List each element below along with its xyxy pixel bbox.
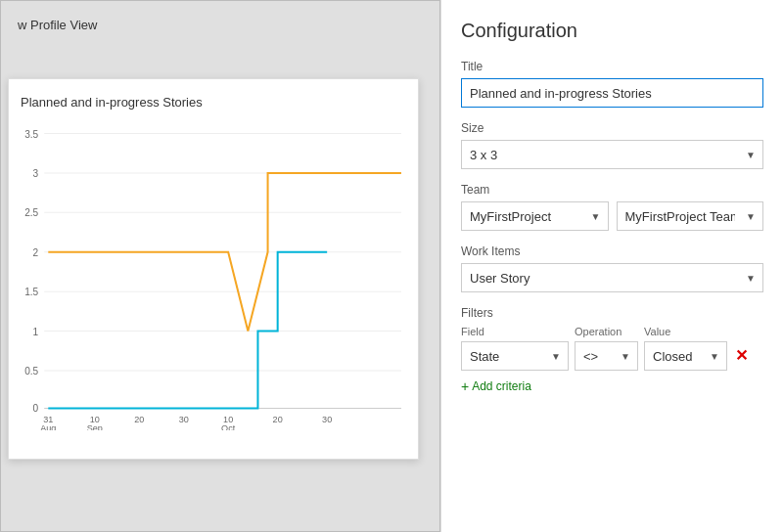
title-input[interactable]	[461, 78, 763, 108]
filter-op-select[interactable]: <> = > <	[575, 341, 638, 371]
svg-text:1.5: 1.5	[24, 287, 38, 297]
work-items-select[interactable]: User Story Bug Feature	[461, 263, 763, 292]
svg-text:2.5: 2.5	[24, 207, 38, 218]
filter-column-headers: Field Operation Value	[461, 326, 763, 337]
svg-text:30: 30	[322, 415, 332, 424]
work-items-wrapper: User Story Bug Feature	[461, 263, 763, 292]
team-project-wrapper: MyFirstProject	[461, 201, 609, 231]
filter-op-wrapper: <> = > <	[575, 341, 638, 371]
svg-text:20: 20	[273, 415, 283, 424]
filter-val-header: Value	[644, 326, 727, 337]
filters-section: Filters Field Operation Value State Iter…	[461, 306, 763, 394]
size-select[interactable]: 3 x 3 1 x 1 2 x 2 4 x 4	[461, 140, 763, 169]
filters-label: Filters	[461, 306, 763, 320]
left-panel: w Profile View Planned and in-progress S…	[0, 0, 440, 532]
svg-text:0.5: 0.5	[24, 366, 38, 377]
title-label: Title	[461, 60, 763, 73]
filter-op-header: Operation	[575, 326, 638, 337]
right-panel: Configuration Title Size 3 x 3 1 x 1 2 x…	[440, 0, 783, 532]
add-criteria-label: Add criteria	[472, 379, 531, 393]
filter-val-select[interactable]: Closed Active New Resolved	[644, 341, 727, 371]
filter-field-select[interactable]: State Iteration Area	[461, 341, 569, 371]
chart-svg: 3.5 3 2.5 2 1.5 1 0.5 0 3	[21, 117, 406, 430]
svg-text:Oct: Oct	[221, 423, 236, 430]
svg-text:3: 3	[33, 168, 39, 179]
team-project-select[interactable]: MyFirstProject	[461, 201, 609, 231]
filter-field-header: Field	[461, 326, 569, 337]
svg-text:Aug: Aug	[40, 423, 56, 430]
team-name-wrapper: MyFirstProject Team	[617, 201, 764, 231]
team-name-select[interactable]: MyFirstProject Team	[617, 201, 764, 231]
filter-field-wrapper: State Iteration Area	[461, 341, 569, 371]
team-label: Team	[461, 183, 763, 197]
add-criteria-button[interactable]: Add criteria	[461, 378, 531, 394]
svg-text:3.5: 3.5	[24, 129, 38, 140]
window-title: w Profile View	[18, 18, 97, 32]
svg-text:30: 30	[179, 415, 189, 424]
delete-filter-button[interactable]: ✕	[733, 348, 750, 364]
size-label: Size	[461, 121, 763, 135]
filter-val-wrapper: Closed Active New Resolved	[644, 341, 727, 371]
svg-text:1: 1	[33, 327, 39, 337]
work-items-label: Work Items	[461, 244, 763, 258]
chart-card: Planned and in-progress Stories 3.5 3 2.…	[8, 78, 419, 460]
svg-text:Sep: Sep	[87, 423, 103, 430]
team-row: MyFirstProject MyFirstProject Team	[461, 201, 763, 231]
chart-title: Planned and in-progress Stories	[21, 95, 406, 110]
svg-text:0: 0	[33, 403, 39, 414]
filter-row-1: State Iteration Area <> = > < Closed Act…	[461, 341, 763, 371]
size-select-wrapper: 3 x 3 1 x 1 2 x 2 4 x 4	[461, 140, 763, 169]
svg-text:2: 2	[33, 247, 39, 258]
config-heading: Configuration	[461, 20, 763, 42]
chart-area: 3.5 3 2.5 2 1.5 1 0.5 0 3	[21, 117, 406, 430]
svg-text:20: 20	[134, 415, 144, 424]
